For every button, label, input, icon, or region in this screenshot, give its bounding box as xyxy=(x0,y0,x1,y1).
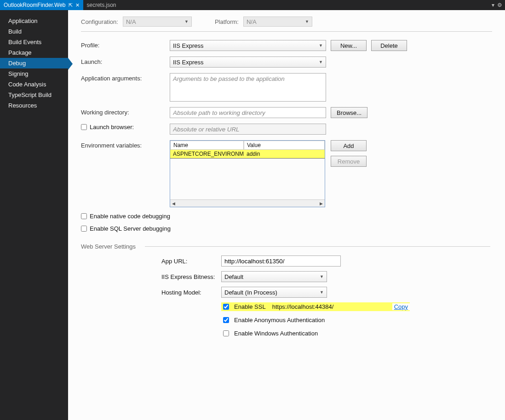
gear-icon[interactable]: ⚙ xyxy=(497,2,502,8)
env-vars-label: Environment variables: xyxy=(81,140,161,149)
ssl-url: https://localhost:44384/ xyxy=(272,303,334,310)
env-row-value[interactable]: addin xyxy=(244,150,325,159)
tab-secrets-json[interactable]: secrets.json xyxy=(83,0,120,10)
tab-outlookroomfinder-web[interactable]: OutlookRoomFinder.Web ⇱ ✕ xyxy=(0,0,83,10)
close-icon[interactable]: ✕ xyxy=(75,2,80,8)
profile-select[interactable]: IIS Express▼ xyxy=(170,40,326,51)
chevron-down-icon: ▼ xyxy=(305,19,309,24)
new-profile-button[interactable]: New... xyxy=(331,40,367,51)
app-arguments-input[interactable] xyxy=(170,73,326,102)
chevron-down-icon: ▼ xyxy=(320,290,324,295)
pin-icon[interactable]: ⇱ xyxy=(69,2,73,8)
env-value-header: Value xyxy=(244,141,325,150)
enable-anonymous-auth-checkbox[interactable] xyxy=(223,317,229,323)
native-debugging-label: Enable native code debugging xyxy=(90,213,170,220)
app-url-label: App URL: xyxy=(161,258,217,265)
debug-settings-panel: Configuration: N/A▼ Platform: N/A▼ Profi… xyxy=(68,10,505,420)
launch-browser-label: Launch browser: xyxy=(90,124,134,131)
add-env-button[interactable]: Add xyxy=(331,140,367,151)
hosting-model-select[interactable]: Default (In Process)▼ xyxy=(221,287,327,298)
configuration-label: Configuration: xyxy=(81,18,118,25)
copy-link[interactable]: Copy xyxy=(392,303,410,310)
enable-windows-auth-label: Enable Windows Authentication xyxy=(234,330,318,337)
web-server-settings-title: Web Server Settings xyxy=(81,243,136,250)
launch-label: Launch: xyxy=(81,57,161,65)
dropdown-icon[interactable]: ▾ xyxy=(492,2,494,8)
working-directory-label: Working directory: xyxy=(81,107,161,116)
env-row-name[interactable]: ASPNETCORE_ENVIRONMENT xyxy=(170,150,244,159)
sql-debugging-label: Enable SQL Server debugging xyxy=(90,225,171,232)
enable-ssl-checkbox[interactable] xyxy=(223,304,229,310)
sidebar-item-resources[interactable]: Resources xyxy=(0,100,68,111)
enable-ssl-label: Enable SSL xyxy=(234,303,266,310)
sidebar-item-application[interactable]: Application xyxy=(0,16,68,26)
native-debugging-checkbox[interactable] xyxy=(81,213,87,219)
sidebar-item-debug[interactable]: Debug xyxy=(0,58,68,68)
launch-select[interactable]: IIS Express▼ xyxy=(170,57,326,68)
delete-profile-button[interactable]: Delete xyxy=(371,40,407,51)
working-directory-input[interactable] xyxy=(170,107,326,118)
app-arguments-label: Application arguments: xyxy=(81,73,161,82)
sql-debugging-checkbox[interactable] xyxy=(81,226,87,232)
iis-bitness-select[interactable]: Default▼ xyxy=(221,271,327,282)
sidebar-item-signing[interactable]: Signing xyxy=(0,68,68,79)
launch-browser-url-input xyxy=(170,124,326,135)
platform-label: Platform: xyxy=(215,18,239,25)
env-vars-table[interactable]: Name Value ASPNETCORE_ENVIRONMENT addin … xyxy=(170,140,325,207)
sidebar-item-package[interactable]: Package xyxy=(0,47,68,58)
tab-label: secrets.json xyxy=(87,2,116,8)
chevron-down-icon: ▼ xyxy=(320,274,324,279)
sidebar-item-build[interactable]: Build xyxy=(0,26,68,37)
hosting-model-label: Hosting Model: xyxy=(161,289,217,296)
iis-bitness-label: IIS Express Bitness: xyxy=(161,273,217,280)
env-name-header: Name xyxy=(170,141,244,150)
sidebar-item-typescript-build[interactable]: TypeScript Build xyxy=(0,90,68,100)
sidebar-item-code-analysis[interactable]: Code Analysis xyxy=(0,79,68,90)
enable-windows-auth-checkbox[interactable] xyxy=(223,330,229,336)
enable-anonymous-auth-label: Enable Anonymous Authentication xyxy=(234,317,325,324)
app-url-input[interactable] xyxy=(221,255,341,267)
launch-browser-checkbox[interactable] xyxy=(81,124,87,130)
chevron-down-icon: ▼ xyxy=(319,43,323,48)
configuration-select[interactable]: N/A▼ xyxy=(123,17,192,27)
chevron-down-icon: ▼ xyxy=(184,19,189,24)
env-scrollbar[interactable]: ◀▶ xyxy=(170,199,325,207)
profile-label: Profile: xyxy=(81,40,161,49)
chevron-down-icon: ▼ xyxy=(319,60,323,64)
tab-strip: OutlookRoomFinder.Web ⇱ ✕ secrets.json ▾… xyxy=(0,0,505,10)
tab-label: OutlookRoomFinder.Web xyxy=(4,2,66,8)
sidebar-item-build-events[interactable]: Build Events xyxy=(0,37,68,47)
remove-env-button: Remove xyxy=(331,156,367,167)
project-properties-sidebar: Application Build Build Events Package D… xyxy=(0,10,68,420)
platform-select[interactable]: N/A▼ xyxy=(243,17,312,27)
browse-button[interactable]: Browse... xyxy=(331,107,367,118)
